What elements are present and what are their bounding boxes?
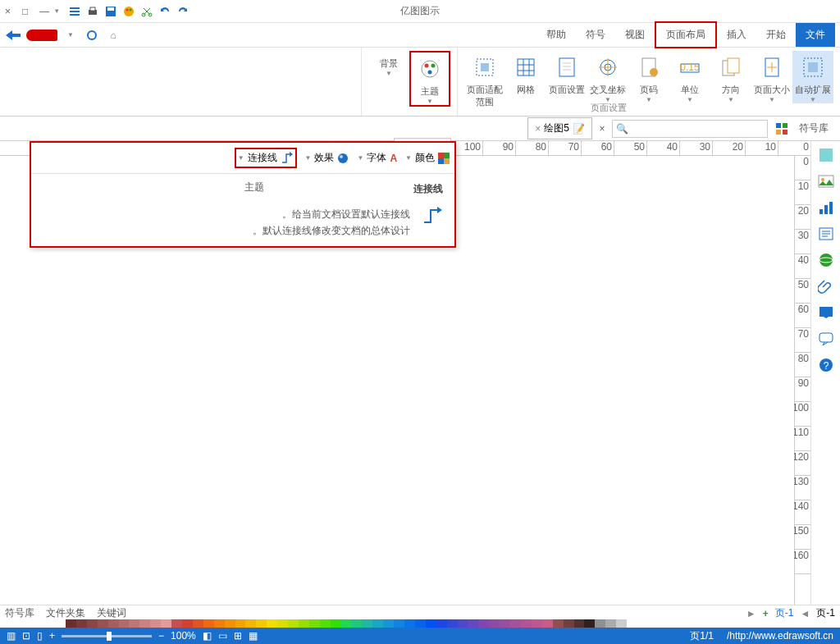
side-attach-icon[interactable] [817,277,835,295]
bottom-key[interactable]: 关键词 [97,606,126,620]
panel-close[interactable]: × [592,123,612,135]
apps-icon[interactable] [773,123,788,135]
zoom-in[interactable]: + [49,630,55,642]
tab-pagelayout[interactable]: 页面布局 [655,21,717,48]
search-icon[interactable]: 🔍 [613,123,631,135]
side-text-icon[interactable] [817,225,835,243]
side-globe-icon[interactable] [817,251,835,269]
small-gear-icon[interactable] [84,27,100,43]
qat-save-icon[interactable] [103,4,118,19]
window-maximize[interactable]: □ [22,6,28,17]
doc-tab-close[interactable]: × [535,123,541,135]
zoom-out[interactable]: − [158,630,164,642]
tab-file[interactable]: 文件 [796,23,835,47]
side-help-icon[interactable]: ? [817,356,835,374]
svg-point-28 [422,61,438,77]
svg-rect-32 [776,123,781,128]
ribbon-theme[interactable]: 主题▼ [409,51,450,107]
tooltip-group-label: 主题 [244,180,264,194]
mini-font[interactable]: A字体▼ [357,148,397,168]
connector-tooltip-panel: 颜色▼ A字体▼ 效果▼ 连接线▼ 连接线 主题 给当前文档设置默认连接线。 默… [30,141,456,248]
tab-view[interactable]: 视图 [615,23,655,47]
svg-point-43 [819,253,833,267]
status-url: http://www.edrawsoft.cn/ [727,630,833,642]
tooltip-line2: 默认连接线修改变文档的总体设计。 [253,222,410,239]
zoom-value: 100% [171,630,196,642]
window-close[interactable]: × [5,6,11,17]
svg-point-38 [821,178,824,181]
svg-point-4 [130,8,132,11]
svg-rect-46 [819,333,833,342]
ribbon-direction[interactable]: 方向▼ [710,51,751,103]
svg-rect-14 [808,62,818,72]
status-ruler-icon[interactable]: ⊞ [234,630,242,642]
page-tab-1[interactable]: 页-1 [775,606,794,620]
mini-effect[interactable]: 效果▼ [305,148,349,168]
window-minimize[interactable]: — [39,6,49,17]
connector-icon [418,206,443,240]
svg-point-53 [338,153,348,163]
status-fit-icon[interactable]: ⊡ [22,630,30,642]
svg-rect-8 [90,7,95,11]
side-image-icon[interactable] [817,172,835,190]
doc-tab-icon: 📝 [573,123,585,135]
ribbon-bg[interactable]: 背景▼ [368,51,409,77]
page-nav-next[interactable]: ► [746,608,756,619]
small-home-icon[interactable]: ⌂ [105,27,121,43]
tab-insert[interactable]: 插入 [717,23,756,47]
page-nav-prev[interactable]: ◄ [800,608,810,619]
mini-color[interactable]: 颜色▼ [405,148,450,168]
bottom-projects[interactable]: 文件夹集 [46,606,85,620]
svg-rect-51 [438,158,444,164]
side-shape-icon[interactable] [817,146,835,164]
status-page-icon[interactable]: ▯ [37,630,43,642]
qat-print-icon[interactable] [85,4,100,19]
qat-palette-icon[interactable] [121,4,136,19]
qat-cut-icon[interactable] [139,4,154,19]
search-input[interactable]: 🔍 [612,120,768,138]
qat-undo-icon[interactable] [158,4,172,19]
svg-rect-36 [819,148,833,162]
status-grid-icon[interactable]: ▦ [249,630,258,642]
ribbon-pagesize[interactable]: 页面大小▼ [751,51,792,103]
small-red-shape [26,30,57,41]
color-strip[interactable] [66,619,627,628]
svg-rect-41 [829,202,833,214]
tab-begin[interactable]: 开始 [756,23,796,47]
svg-rect-33 [783,123,788,128]
status-view1-icon[interactable]: ▭ [218,630,227,642]
svg-text:?: ? [823,360,829,372]
qat-redo-icon[interactable] [176,4,190,19]
side-comment-icon[interactable] [817,330,835,348]
qat-menu-icon[interactable] [67,4,82,19]
bottom-symbols[interactable]: 符号库 [5,606,34,620]
doc-tab[interactable]: 📝 绘图5 × [527,117,592,139]
ribbon-localsetup[interactable]: 页面适配范围 [464,51,505,108]
side-chart-icon[interactable] [817,199,835,217]
zoom-slider[interactable] [62,635,152,637]
ribbon-grid[interactable]: 网格 [505,51,546,96]
svg-rect-49 [438,153,444,158]
svg-rect-34 [776,130,781,135]
ribbon-autofit[interactable]: 自动扩展▼ [792,51,833,103]
page-add[interactable]: + [763,608,769,619]
small-arrow-icon[interactable] [5,27,21,43]
svg-rect-40 [824,205,828,214]
svg-rect-24 [559,58,574,76]
ribbon-unit[interactable]: 0.15 单位▼ [669,51,710,103]
svg-point-21 [650,68,658,76]
svg-rect-25 [518,59,534,75]
section-symbols: 符号库 [788,121,840,135]
status-view2-icon[interactable]: ◧ [203,630,212,642]
ribbon-pageno[interactable]: 页码▼ [628,51,669,103]
mini-connector[interactable]: 连接线▼ [235,148,297,168]
status-layout-icon[interactable]: ▥ [7,630,16,642]
svg-rect-9 [70,7,80,9]
qat-dropdown-icon[interactable]: ▼ [49,4,64,19]
tab-help[interactable]: 帮助 [536,23,576,47]
ribbon-pagesetup[interactable]: 页面设置 [546,51,587,96]
tab-symbol[interactable]: 符号 [576,23,615,47]
ribbon-coords[interactable]: 交叉坐标▼ [587,51,628,103]
side-note-icon[interactable] [817,304,835,322]
svg-point-29 [425,64,429,68]
